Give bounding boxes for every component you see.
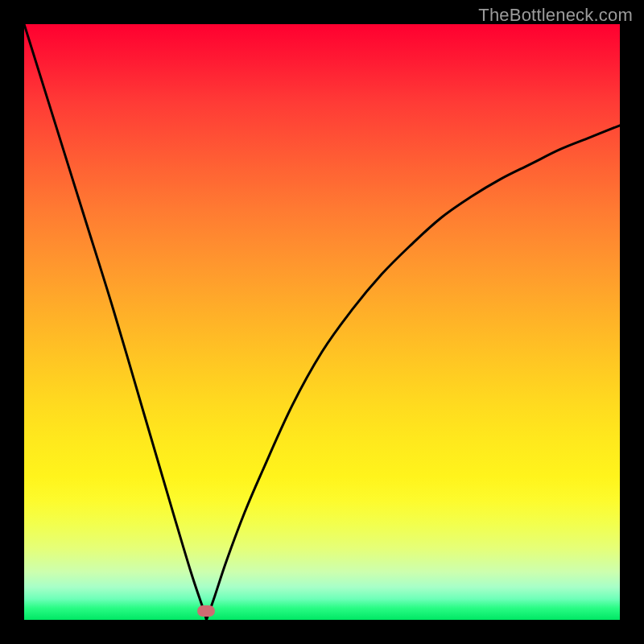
curve-right-branch <box>206 126 620 620</box>
plot-area <box>24 24 620 620</box>
curve-svg <box>24 24 620 620</box>
chart-container: TheBottleneck.com <box>0 0 644 644</box>
watermark-text: TheBottleneck.com <box>478 5 633 26</box>
curve-left-branch <box>24 24 206 620</box>
minimum-marker <box>197 605 215 617</box>
